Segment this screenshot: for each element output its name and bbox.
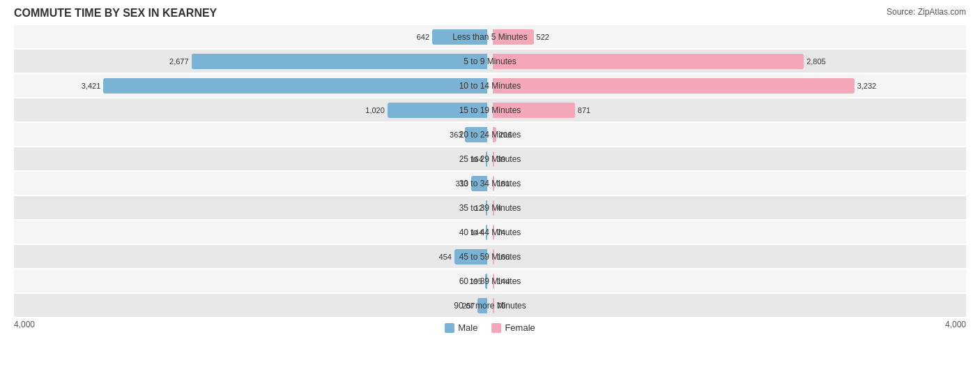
female-value: 144 — [497, 277, 510, 285]
male-bar — [465, 127, 487, 142]
female-value: 3,232 — [857, 82, 877, 90]
bar-row: 1,020 15 to 19 Minutes 871 — [14, 98, 966, 121]
left-section: 164 — [14, 151, 490, 167]
female-bar — [493, 78, 855, 94]
female-bar — [493, 103, 575, 118]
male-color-box — [445, 323, 454, 333]
female-value: 166 — [497, 253, 510, 261]
female-value: 4 — [497, 204, 501, 212]
chart-source: Source: ZipAtlas.com — [887, 7, 966, 17]
left-section: 1,020 — [14, 103, 490, 118]
male-bar — [486, 200, 487, 216]
female-value: 206 — [499, 131, 512, 139]
bar-row: 12 35 to 39 Minutes 4 — [14, 196, 966, 219]
female-value: 74 — [497, 228, 505, 237]
chart-area: 642 Less than 5 Minutes 522 2,677 5 to 9… — [14, 25, 966, 317]
bar-row: 195 60 to 89 Minutes 144 — [14, 269, 966, 292]
male-value: 2,677 — [169, 57, 189, 66]
female-bar — [493, 127, 496, 142]
male-value: 257 — [462, 301, 475, 310]
right-section: 206 — [490, 127, 966, 142]
female-value: 39 — [497, 155, 505, 163]
female-bar — [493, 176, 494, 191]
chart-header: COMMUTE TIME BY SEX IN KEARNEY Source: Z… — [14, 7, 966, 20]
male-bar — [471, 176, 487, 191]
female-label: Female — [505, 322, 535, 333]
bar-row: 257 90 or more Minutes 70 — [14, 294, 966, 317]
male-bar — [192, 54, 487, 69]
female-bar — [493, 29, 534, 45]
male-value: 642 — [417, 33, 429, 41]
right-section: 74 — [490, 225, 966, 240]
bar-row: 164 25 to 29 Minutes 39 — [14, 147, 966, 170]
right-section: 4 — [490, 200, 966, 216]
female-bar — [493, 54, 804, 69]
male-bar — [486, 151, 487, 167]
bar-row: 363 20 to 24 Minutes 206 — [14, 123, 966, 146]
bar-row: 642 Less than 5 Minutes 522 — [14, 25, 966, 48]
male-bar — [103, 78, 487, 94]
chart-title: COMMUTE TIME BY SEX IN KEARNEY — [14, 7, 217, 20]
male-bar — [477, 298, 487, 313]
bar-row: 2,677 5 to 9 Minutes 2,805 — [14, 50, 966, 73]
axis-left: 4,000 — [14, 320, 35, 333]
male-value: 313 — [456, 179, 468, 188]
legend-male: Male — [445, 322, 477, 333]
female-value: 181 — [497, 179, 510, 188]
left-section: 3,421 — [14, 78, 490, 94]
chart-legend: Male Female — [445, 322, 535, 333]
right-section: 39 — [490, 151, 966, 167]
right-section: 166 — [490, 249, 966, 265]
legend-female: Female — [491, 322, 535, 333]
male-bar — [486, 225, 487, 240]
male-value: 12 — [475, 204, 483, 212]
left-section: 195 — [14, 274, 490, 289]
right-section: 70 — [490, 298, 966, 313]
male-label: Male — [458, 322, 477, 333]
male-bar — [432, 29, 487, 45]
female-bar — [493, 200, 494, 216]
male-value: 144 — [470, 228, 483, 237]
female-bar — [493, 151, 494, 167]
left-section: 363 — [14, 127, 490, 142]
axis-right: 4,000 — [945, 320, 966, 333]
right-section: 3,232 — [490, 78, 966, 94]
female-color-box — [491, 323, 501, 333]
female-bar — [493, 225, 494, 240]
right-section: 522 — [490, 29, 966, 45]
female-bar — [493, 274, 494, 289]
male-value: 195 — [470, 277, 482, 285]
left-section: 2,677 — [14, 54, 490, 69]
right-section: 181 — [490, 176, 966, 191]
male-value: 454 — [439, 253, 452, 261]
left-section: 454 — [14, 249, 490, 265]
female-value: 70 — [497, 301, 505, 310]
male-value: 164 — [470, 155, 483, 163]
right-section: 871 — [490, 103, 966, 118]
female-value: 522 — [537, 33, 549, 41]
left-section: 257 — [14, 298, 490, 313]
male-value: 363 — [450, 131, 462, 139]
male-bar — [388, 103, 487, 118]
bar-row: 144 40 to 44 Minutes 74 — [14, 221, 966, 244]
left-section: 642 — [14, 29, 490, 45]
female-bar — [493, 249, 494, 265]
bar-row: 454 45 to 59 Minutes 166 — [14, 245, 966, 268]
male-value: 3,421 — [82, 82, 101, 90]
male-bar — [454, 249, 487, 265]
left-section: 12 — [14, 200, 490, 216]
female-value: 871 — [578, 106, 590, 114]
left-section: 144 — [14, 225, 490, 240]
right-section: 144 — [490, 274, 966, 289]
female-bar — [493, 298, 494, 313]
male-value: 1,020 — [365, 106, 385, 114]
bar-row: 3,421 10 to 14 Minutes 3,232 — [14, 74, 966, 97]
male-bar — [485, 274, 487, 289]
axis-row: 4,000 Male Female 4,000 — [14, 320, 966, 333]
right-section: 2,805 — [490, 54, 966, 69]
bar-row: 313 30 to 34 Minutes 181 — [14, 172, 966, 195]
female-value: 2,805 — [806, 57, 826, 66]
left-section: 313 — [14, 176, 490, 191]
